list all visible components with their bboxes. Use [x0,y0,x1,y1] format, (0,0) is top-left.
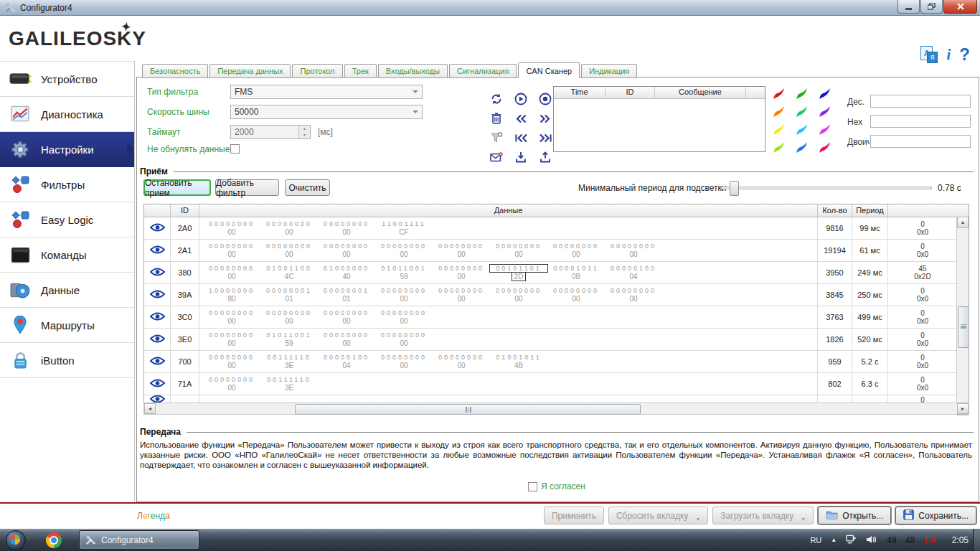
last-icon[interactable] [536,130,555,146]
can-table-row[interactable]: 71A0000000000001111103E8026.3 с00x0 [144,373,969,395]
save-button[interactable]: Сохранить... [895,507,976,524]
color-pencil-icon[interactable] [796,141,809,154]
scroll-up-icon[interactable]: ▲ [957,217,969,228]
vertical-scrollbar[interactable]: ▲ ▼ [956,217,969,415]
minimize-button[interactable] [897,0,920,14]
tab-входы-выходы[interactable]: Входы/выходы [378,64,448,78]
scroll-right-icon[interactable]: ► [957,403,969,414]
first-icon[interactable] [512,130,530,146]
eye-icon[interactable] [150,378,165,390]
color-pencil-icon[interactable] [773,105,786,118]
stop-reception-button[interactable]: Остановить прием [143,179,211,196]
tab-трек[interactable]: Трек [344,64,377,78]
eye-icon[interactable] [150,289,165,301]
color-pencil-icon[interactable] [796,88,809,100]
chevron-down-icon[interactable]: ▼ [801,517,806,524]
network-plug-icon[interactable] [846,534,857,546]
agree-checkbox[interactable] [528,482,537,491]
can-table-row[interactable]: 3E00000000000010110015900000000000000000… [144,329,969,351]
can-table-row[interactable]: 7000000000000001111103E00000100040000000… [144,351,969,373]
eye-icon[interactable] [150,245,165,257]
add-filter-icon[interactable] [487,130,506,146]
slider-handle[interactable] [730,181,739,196]
bus-speed-select[interactable]: 50000 [230,105,423,119]
sidebar-item-ibutton[interactable]: iButton [0,343,134,378]
tab-протокол[interactable]: Протокол [292,64,342,78]
speaker-icon[interactable] [866,535,877,545]
play-icon[interactable] [512,91,530,107]
timeout-stepper[interactable]: 2000 ▲▼ [230,125,311,139]
start-button[interactable] [6,530,26,550]
eye-icon[interactable] [150,311,165,324]
can-table-row[interactable]: 39A1000000080000000010100000001010000000… [144,284,969,306]
color-pencil-icon[interactable] [819,88,831,100]
can-table-row[interactable]: 3800000000000010011004C01000000400101100… [144,262,969,284]
clear-button[interactable]: Очистить [285,179,330,196]
refresh-icon[interactable] [487,91,506,107]
export-icon[interactable] [536,149,555,165]
eye-icon[interactable] [150,222,165,235]
can-table-row[interactable]: 3C00000000000000000000000000000000000000… [144,306,969,329]
sidebar-item-диагностика[interactable]: Диагностика [0,97,134,132]
restore-button[interactable] [920,0,943,14]
delete-icon[interactable] [487,110,506,126]
next-icon[interactable] [536,110,555,126]
sidebar-item-настройки[interactable]: Настройки [0,132,134,167]
record-icon[interactable] [536,91,555,107]
previous-icon[interactable] [512,110,530,126]
can-table-row[interactable]: 2A10000000000000000000000000000000000000… [144,240,969,262]
language-indicator[interactable]: RU [810,536,821,545]
color-pencil-icon[interactable] [819,141,831,154]
load-tab-button[interactable]: Загрузить вкладку▼ [712,507,814,524]
sidebar-item-easy-logic[interactable]: Easy Logic [0,202,134,237]
spinner-arrows-icon[interactable]: ▲▼ [298,126,310,138]
apply-button[interactable]: Применить [544,507,604,524]
color-pencil-icon[interactable] [796,105,809,118]
hidden-icons-icon[interactable]: ▲ [831,537,837,543]
dec-input[interactable] [870,95,971,108]
tab-сигнализация[interactable]: Сигнализация [449,64,517,78]
hex-input[interactable] [870,115,971,128]
highlight-period-slider[interactable] [721,187,932,189]
message-monitor-table[interactable]: TimeIDСообщение [553,86,765,152]
eye-icon[interactable] [150,356,165,368]
horizontal-scrollbar[interactable]: ◄ ► [143,402,969,415]
sidebar-item-маршруты[interactable]: Маршруты [0,308,134,343]
bin-input[interactable] [870,135,971,148]
chrome-icon[interactable] [46,532,62,548]
open-button[interactable]: Открыть... [818,507,891,524]
can-id-cell: 3E0 [171,329,199,350]
can-table-row[interactable]: 2A00000000000000000000000000000001100111… [144,217,969,240]
add-filter-button[interactable]: Добавить фильтр [215,179,279,196]
tab-can-сканер[interactable]: CAN Сканер [518,62,580,78]
sidebar-item-данные[interactable]: Данные [0,273,134,308]
color-pencil-icon[interactable] [819,105,831,118]
sidebar-item-устройство[interactable]: Устройство [0,61,134,97]
sidebar-item-фильтры[interactable]: Фильтры [0,167,134,202]
color-pencil-icon[interactable] [773,141,786,154]
color-pencil-icon[interactable] [819,123,831,136]
tab-передача-данных[interactable]: Передача данных [209,64,291,78]
button-label: Применить [552,511,596,521]
horizontal-scroll-thumb[interactable] [295,404,641,415]
tab-безопасность[interactable]: Безопасность [142,64,208,78]
reset-tab-button[interactable]: Сбросить вкладку▼ [608,507,708,524]
show-desktop-button[interactable] [973,529,980,551]
tab-индикация[interactable]: Индикация [581,64,637,78]
clock[interactable]: 2:05 [952,535,969,545]
send-message-icon[interactable] [487,149,506,165]
filter-type-select[interactable]: FMS [230,85,423,99]
scroll-left-icon[interactable]: ◄ [144,403,156,414]
color-pencil-icon[interactable] [796,123,809,136]
chevron-down-icon[interactable]: ▼ [695,517,700,524]
eye-icon[interactable] [150,334,165,346]
sidebar-item-команды[interactable]: Команды [0,237,134,273]
vertical-scroll-thumb[interactable] [958,306,969,348]
keep-data-checkbox[interactable] [230,144,240,154]
import-icon[interactable] [512,149,530,165]
taskbar-app-button[interactable]: Configurator4 [79,530,199,550]
close-button[interactable] [943,0,977,14]
color-pencil-icon[interactable] [773,123,786,136]
color-pencil-icon[interactable] [773,88,786,100]
eye-icon[interactable] [150,267,165,279]
